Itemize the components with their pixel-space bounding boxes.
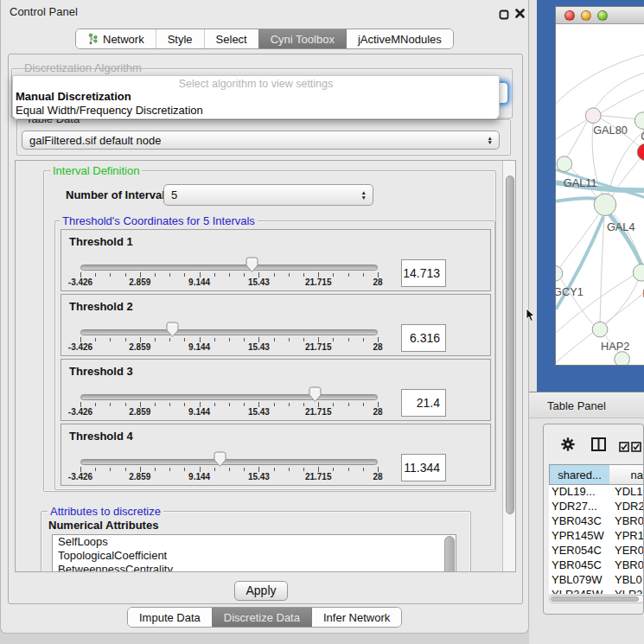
threshold-panel-2: Threshold 2 -3.4262.8599.14415.4321.7152… bbox=[61, 294, 491, 356]
table-row[interactable]: YBL079WYBL0 bbox=[549, 573, 644, 588]
threshold-slider-track[interactable] bbox=[80, 265, 378, 271]
tab-impute-data[interactable]: Impute Data bbox=[128, 608, 212, 627]
threshold-slider-track[interactable] bbox=[80, 329, 378, 335]
zoom-traffic-light-icon[interactable] bbox=[597, 10, 608, 21]
table-data-combobox[interactable]: galFiltered.sif default node ▲▼ bbox=[22, 131, 500, 150]
combo-arrows-icon: ▲▼ bbox=[488, 136, 499, 145]
split-columns-icon[interactable] bbox=[591, 437, 606, 455]
tab-cyni-toolbox[interactable]: Cyni Toolbox bbox=[258, 29, 346, 48]
network-node-gal4[interactable] bbox=[594, 194, 616, 216]
apply-button[interactable]: Apply bbox=[234, 581, 288, 601]
table-rows: YDL19...YDL1YDR27...YDR2YBR043CYBR0YPR14… bbox=[549, 485, 644, 594]
slider-tick bbox=[110, 273, 111, 277]
num-intervals-value: 5 bbox=[164, 188, 177, 201]
table-row[interactable]: YPR145WYPR1 bbox=[549, 529, 644, 544]
column-header-name[interactable]: na bbox=[609, 464, 644, 485]
tab-style[interactable]: Style bbox=[156, 29, 204, 48]
algorithm-option-manual-discretization[interactable]: Manual Discretization bbox=[13, 90, 499, 104]
attributes-list-scrollbar[interactable] bbox=[444, 536, 455, 572]
slider-tick bbox=[169, 338, 170, 341]
scrollpane-scrollbar-thumb[interactable] bbox=[506, 175, 514, 514]
slider-tick bbox=[303, 273, 304, 277]
tab-network[interactable]: Network bbox=[76, 29, 156, 48]
slider-tick bbox=[363, 403, 364, 406]
column-header-shared-name[interactable]: shared... bbox=[549, 464, 610, 485]
checkbox-icon[interactable] bbox=[631, 440, 641, 456]
float-window-icon[interactable] bbox=[499, 8, 509, 23]
attribute-item-topologicalcoefficient[interactable]: TopologicalCoefficient bbox=[53, 549, 456, 563]
slider-tick-label: 15.43 bbox=[248, 407, 270, 417]
network-node-gcy1[interactable] bbox=[556, 266, 563, 282]
window-title: Control Panel bbox=[10, 5, 78, 18]
network-node[interactable] bbox=[615, 352, 630, 365]
close-icon[interactable] bbox=[514, 7, 526, 22]
top-tab-bar: NetworkStyleSelectCyni ToolboxjActiveMNo… bbox=[75, 29, 454, 49]
threshold-slider-track[interactable] bbox=[80, 459, 378, 465]
close-traffic-light-icon[interactable] bbox=[564, 10, 575, 21]
tab-discretize-data[interactable]: Discretize Data bbox=[212, 608, 311, 627]
threshold-value-field[interactable]: 11.344 bbox=[401, 454, 446, 481]
slider-tick bbox=[214, 338, 215, 341]
threshold-slider-thumb[interactable] bbox=[213, 451, 227, 468]
threshold-slider-track[interactable] bbox=[80, 394, 378, 400]
table-horizontal-scrollbar[interactable] bbox=[549, 595, 644, 603]
slider-tick-label: 15.43 bbox=[248, 277, 270, 287]
network-node-gal80[interactable] bbox=[585, 108, 601, 124]
threshold-value-field[interactable]: 21.4 bbox=[401, 389, 446, 417]
threshold-slider-thumb[interactable] bbox=[245, 257, 259, 273]
network-node-label: GAL80 bbox=[593, 124, 628, 137]
minimize-traffic-light-icon[interactable] bbox=[581, 10, 591, 21]
network-window-titlebar[interactable] bbox=[556, 7, 644, 24]
network-node-h[interactable] bbox=[633, 265, 644, 282]
discretization-algorithm-title: Discretization Algorithm bbox=[22, 61, 144, 74]
attribute-item-selfloops[interactable]: SelfLoops bbox=[53, 535, 456, 549]
algorithm-option-equal-width-frequency-discretization[interactable]: Equal Width/Frequency Discretization bbox=[13, 104, 499, 118]
threshold-panel-4: Threshold 4 -3.4262.8599.14415.4321.7152… bbox=[61, 424, 491, 486]
slider-tick bbox=[348, 403, 349, 406]
gear-icon[interactable] bbox=[560, 437, 576, 456]
network-node-ga[interactable] bbox=[634, 112, 644, 130]
threshold-value-field[interactable]: 6.316 bbox=[401, 324, 446, 352]
tab-jactivemnodules[interactable]: jActiveMNodules bbox=[346, 29, 453, 48]
slider-tick bbox=[110, 468, 111, 471]
slider-tick bbox=[95, 273, 96, 277]
slider-tick bbox=[274, 338, 275, 341]
network-node-label: GCY1 bbox=[556, 285, 583, 298]
table-row[interactable]: YBR045CYBR0 bbox=[549, 558, 644, 573]
table-row[interactable]: YBR043CYBR0 bbox=[549, 514, 644, 529]
table-row[interactable]: YDL19...YDL1 bbox=[549, 485, 644, 500]
slider-tick bbox=[169, 403, 170, 406]
network-node-hap2[interactable] bbox=[592, 322, 608, 337]
slider-tick-label: 28 bbox=[373, 342, 382, 352]
network-node-label: HAP2 bbox=[601, 340, 629, 353]
slider-tick bbox=[184, 273, 185, 277]
table-horizontal-scrollbar-thumb[interactable] bbox=[551, 596, 639, 602]
checkbox-icon[interactable] bbox=[619, 440, 629, 456]
table-row[interactable]: YLR345WYLR3 bbox=[549, 588, 644, 594]
attributes-group-title: Attributes to discretize bbox=[48, 505, 163, 518]
slider-tick bbox=[274, 403, 275, 406]
slider-tick bbox=[229, 468, 230, 471]
scrollpane-scrollbar[interactable] bbox=[502, 161, 516, 572]
threshold-slider-thumb[interactable] bbox=[308, 386, 322, 403]
tab-select[interactable]: Select bbox=[204, 29, 258, 48]
table-row[interactable]: YER054CYER0 bbox=[549, 544, 644, 558]
threshold-value-field[interactable]: 14.713 bbox=[401, 259, 446, 287]
slider-tick-label: 2.859 bbox=[129, 407, 150, 417]
network-edge bbox=[556, 198, 601, 201]
attributes-list[interactable]: SelfLoopsTopologicalCoefficientBetweenne… bbox=[52, 534, 456, 572]
num-intervals-combobox[interactable]: 5 ▲▼ bbox=[163, 184, 373, 206]
attribute-item-betweennesscentrality[interactable]: BetweennessCentrality bbox=[53, 563, 456, 572]
threshold-slider-thumb[interactable] bbox=[165, 322, 180, 338]
threshold-panel-1: Threshold 1 -3.4262.8599.14415.4321.7152… bbox=[61, 229, 491, 291]
threshold-label: Threshold 4 bbox=[69, 430, 133, 443]
tab-infer-network[interactable]: Infer Network bbox=[311, 608, 401, 627]
threshold-panel-3: Threshold 3 -3.4262.8599.14415.4321.7152… bbox=[61, 359, 491, 421]
slider-tick-label: 9.144 bbox=[188, 342, 210, 352]
table-row[interactable]: YDR27...YDR2 bbox=[549, 500, 644, 514]
network-edge bbox=[600, 86, 644, 113]
network-canvas[interactable]: GAL80GACGAL11GAL4GCY1HHAP2 bbox=[556, 24, 644, 365]
network-node-gal11[interactable] bbox=[557, 156, 572, 172]
slider-tick bbox=[289, 468, 290, 471]
network-node-label: GA bbox=[641, 130, 644, 143]
